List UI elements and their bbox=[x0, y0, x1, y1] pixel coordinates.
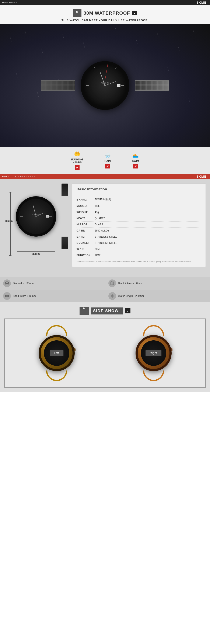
left-crown bbox=[74, 348, 76, 351]
quote-mark-icon: “ bbox=[73, 9, 82, 17]
waterproof-arrow: ▸ bbox=[132, 11, 137, 15]
height-label: 39mm bbox=[5, 220, 13, 222]
mirror-value: GLASS bbox=[94, 223, 103, 226]
spec-bars-row2: Band Width：16mm Watch length：230mm bbox=[0, 290, 210, 302]
function-label: FUNCTION: bbox=[76, 254, 94, 257]
rain-drop bbox=[24, 30, 26, 34]
buckle-label: BUCKLE: bbox=[76, 242, 94, 244]
width-label: 33mm bbox=[17, 252, 55, 256]
watch-face: SKMEI 15 bbox=[80, 61, 130, 110]
info-table: BRAND: SKMEI/时刻美 MODEL: 1530 WEIGHT: 45g… bbox=[76, 196, 201, 258]
dial-thickness-text: Dial thickness：8mm bbox=[118, 282, 142, 285]
band-width-svg bbox=[5, 294, 9, 298]
band-left bbox=[41, 80, 75, 91]
swim-item: 🏊 SWIM ✔ bbox=[132, 152, 139, 168]
v-arrow-bottom bbox=[9, 255, 12, 256]
waterproof-section: “ 30M WATERPROOF ▸ THIS WATCH CAN MEET Y… bbox=[0, 5, 210, 24]
case-label: CASE: bbox=[76, 229, 94, 232]
right-label: Right bbox=[146, 350, 162, 356]
sideshow-title: SIDE SHOW bbox=[93, 309, 119, 313]
waterproof-quote: “ 30M WATERPROOF ▸ bbox=[0, 9, 210, 17]
brand-label: BRAND: bbox=[76, 198, 94, 201]
dial-width-bar: Dial width：33mm bbox=[0, 277, 105, 290]
spec-bars-row1: Dial width：33mm Dial thickness：8mm bbox=[0, 277, 210, 290]
sideshow-header: “ SIDE SHOW ▸ bbox=[4, 306, 206, 315]
v-arrow bbox=[10, 192, 10, 256]
dial-thickness-bar: Dial thickness：8mm bbox=[105, 277, 210, 290]
left-band-bottom-arc bbox=[46, 370, 67, 381]
header-tag: DEEP WATER bbox=[2, 1, 17, 4]
info-row-movt: MOV'T: QUARTZ bbox=[76, 215, 201, 222]
dial-thickness-icon bbox=[108, 280, 116, 287]
watch-length-bar: Watch length：230mm bbox=[105, 290, 210, 302]
right-watch-container: SKMEI Right bbox=[106, 324, 201, 383]
rain-item: 🌧️ RAIN ✔ bbox=[104, 152, 111, 168]
info-row-function: FUNCTION: TIME bbox=[76, 252, 201, 258]
info-row-band: BAND: STAINLESS STEEL bbox=[76, 234, 201, 240]
wp-label: W / P: bbox=[76, 248, 94, 250]
info-note: Manual measurement, if there is an error… bbox=[76, 260, 201, 263]
sideshow-arrow-icon: ▸ bbox=[125, 308, 130, 314]
washing-hands-check: ✔ bbox=[75, 165, 80, 170]
waterproof-subtitle: THIS WATCH CAN MEET YOUR DAILY USE WATER… bbox=[0, 19, 210, 22]
header-bar: DEEP WATER SKMEI bbox=[0, 0, 210, 5]
param-header-bar: PRODUCT PARAMETER SKMEI bbox=[0, 174, 210, 179]
case-value: ZINC ALLOY bbox=[94, 229, 109, 232]
info-row-mirror: MIRROR: GLASS bbox=[76, 222, 201, 228]
movt-value: QUARTZ bbox=[94, 217, 105, 220]
dial-width-text: Dial width：33mm bbox=[13, 282, 34, 285]
dial-width-icon bbox=[3, 280, 11, 287]
right-crown bbox=[171, 348, 172, 351]
rain-drop bbox=[115, 28, 116, 31]
param-title: PRODUCT PARAMETER bbox=[2, 175, 36, 178]
rain-check: ✔ bbox=[105, 164, 110, 168]
product-param-section: 39mm SKMEI 15 33mm B bbox=[0, 179, 210, 277]
sideshow-quote-icon: “ bbox=[80, 306, 89, 315]
waterproof-badge: 30M WATERPROOF bbox=[84, 10, 130, 16]
info-row-case: CASE: ZINC ALLOY bbox=[76, 228, 201, 234]
band-right bbox=[135, 80, 169, 91]
right-watch-assembly: SKMEI Right bbox=[136, 325, 172, 381]
sideshow-title-box: SIDE SHOW bbox=[91, 308, 122, 314]
rain-drop bbox=[16, 73, 18, 78]
rain-drop bbox=[62, 34, 64, 38]
function-value: TIME bbox=[94, 254, 101, 257]
h-dimension: 33mm bbox=[17, 252, 55, 256]
movt-label: MOV'T: bbox=[76, 217, 94, 220]
brand-value: SKMEI/时刻美 bbox=[94, 198, 111, 201]
model-value: 1530 bbox=[94, 204, 100, 208]
sideshow-images-container: SKMEI Left SKMEI bbox=[4, 318, 206, 388]
band-width-text: Band Width：16mm bbox=[13, 294, 36, 298]
info-row-buckle: BUCKLE: STAINLESS STEEL bbox=[76, 240, 201, 246]
right-band-top-arc bbox=[143, 325, 164, 336]
left-band-top-arc bbox=[46, 325, 67, 336]
band-label: BAND: bbox=[76, 235, 94, 238]
weight-label: WEIGHT: bbox=[76, 211, 94, 214]
info-row-weight: WEIGHT: 45g bbox=[76, 209, 201, 215]
watch-length-svg bbox=[110, 294, 114, 298]
watch-hero-bg: SKMEI 15 bbox=[0, 24, 210, 147]
rain-drop bbox=[83, 42, 85, 48]
svg-rect-7 bbox=[5, 295, 9, 297]
watch-hero-image: SKMEI 15 bbox=[0, 24, 210, 147]
band-bottom bbox=[62, 236, 68, 249]
svg-marker-13 bbox=[112, 294, 113, 294]
washing-hands-item: 🤲 WASHING HANDS ✔ bbox=[71, 151, 83, 170]
weight-value: 45g bbox=[94, 211, 99, 214]
dial-thickness-svg bbox=[110, 281, 114, 286]
band-width-icon bbox=[3, 292, 11, 300]
band-width-bar: Band Width：16mm bbox=[0, 290, 105, 302]
watch-length-icon bbox=[108, 292, 116, 300]
swim-check: ✔ bbox=[133, 164, 138, 168]
basic-info-card: Basic Information BRAND: SKMEI/时刻美 MODEL… bbox=[72, 184, 206, 267]
washing-hands-label: WASHING HANDS bbox=[71, 158, 83, 164]
rain-drop bbox=[157, 33, 158, 37]
left-watch-assembly: SKMEI Left bbox=[38, 325, 75, 381]
watch-container: SKMEI 15 bbox=[41, 52, 169, 120]
model-label: MODEL: bbox=[76, 204, 94, 208]
rain-drop bbox=[136, 39, 137, 44]
swim-label: SWIM bbox=[132, 160, 139, 162]
left-watch-container: SKMEI Left bbox=[9, 324, 104, 383]
mirror-label: MIRROR: bbox=[76, 223, 94, 226]
basic-info-title: Basic Information bbox=[76, 187, 201, 193]
